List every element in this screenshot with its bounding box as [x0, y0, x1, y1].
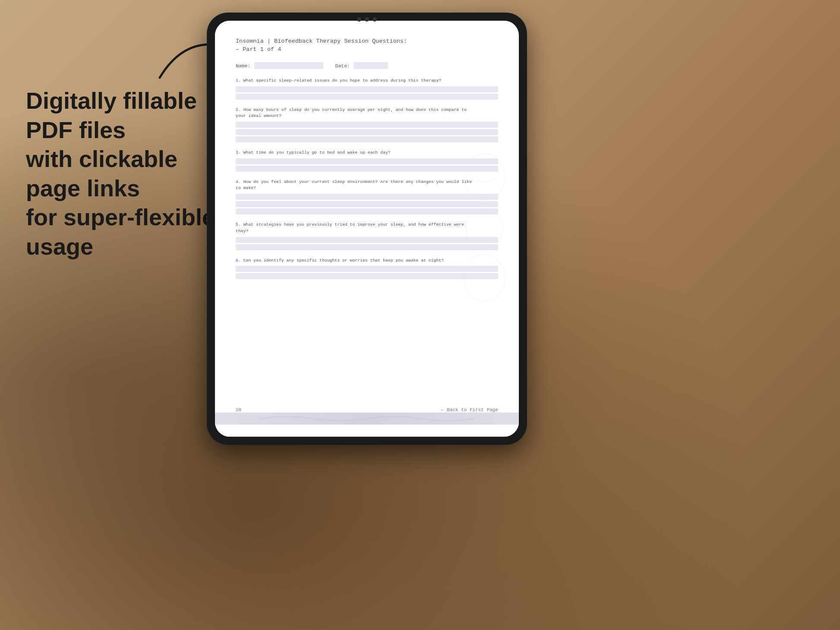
date-label: Date:	[335, 63, 351, 69]
answer-line-6b[interactable]	[236, 273, 498, 279]
question-4: 4. How do you feel about your current sl…	[236, 179, 498, 216]
answer-line-4b[interactable]	[236, 201, 498, 207]
tablet-camera-area	[357, 17, 377, 22]
answer-line-4a[interactable]	[236, 194, 498, 200]
name-label: Name:	[236, 63, 251, 69]
name-date-row: Name: Date:	[236, 62, 498, 69]
question-1: 1. What specific sleep-related issues do…	[236, 78, 498, 101]
question-1-text: 1. What specific sleep-related issues do…	[236, 78, 498, 84]
question-3-text: 3. What time do you typically go to bed …	[236, 150, 498, 156]
answer-line-3a[interactable]	[236, 158, 498, 164]
question-6-text: 6. Can you identify any specific thought…	[236, 258, 498, 264]
camera-dot-3	[373, 17, 377, 22]
tablet: Insomnia | Biofeedback Therapy Session Q…	[207, 13, 527, 444]
date-field[interactable]	[354, 62, 388, 69]
pdf-title: Insomnia | Biofeedback Therapy Session Q…	[236, 38, 498, 44]
answer-line-1b[interactable]	[236, 94, 498, 100]
camera-dot-1	[357, 17, 361, 22]
answer-line-3b[interactable]	[236, 166, 498, 172]
camera-dot-2	[365, 17, 369, 22]
left-text-block: Digitally fillable PDF files with clicka…	[26, 86, 233, 261]
answer-line-5a[interactable]	[236, 237, 498, 243]
question-5-text: 5. What strategies have you previously t…	[236, 222, 498, 234]
answer-line-6a[interactable]	[236, 266, 498, 272]
answer-line-4c[interactable]	[236, 208, 498, 214]
question-2: 2. How many hours of sleep do you curren…	[236, 107, 498, 144]
pdf-footer-decoration	[215, 413, 519, 425]
answer-line-2c[interactable]	[236, 136, 498, 142]
question-3: 3. What time do you typically go to bed …	[236, 150, 498, 173]
tablet-body: Insomnia | Biofeedback Therapy Session Q…	[207, 13, 527, 444]
marketing-line-3: for super-flexible usage	[26, 204, 215, 259]
question-2-text: 2. How many hours of sleep do you curren…	[236, 107, 498, 120]
pdf-subtitle: – Part 1 of 4	[236, 46, 498, 53]
question-4-text: 4. How do you feel about your current sl…	[236, 179, 498, 192]
pdf-footer: 20 ← Back to First Page	[236, 404, 498, 413]
question-6: 6. Can you identify any specific thought…	[236, 258, 498, 281]
marketing-line-1: Digitally fillable PDF files	[26, 88, 197, 143]
answer-line-2a[interactable]	[236, 122, 498, 128]
pdf-content: Insomnia | Biofeedback Therapy Session Q…	[236, 38, 498, 413]
answer-line-1a[interactable]	[236, 86, 498, 92]
tablet-screen: Insomnia | Biofeedback Therapy Session Q…	[215, 21, 519, 437]
pdf-page: Insomnia | Biofeedback Therapy Session Q…	[215, 21, 519, 437]
footer-deco-svg	[259, 414, 475, 423]
back-to-first-page-link[interactable]: ← Back to First Page	[441, 407, 498, 413]
name-field[interactable]	[254, 62, 323, 69]
marketing-text: Digitally fillable PDF files with clicka…	[26, 86, 233, 261]
answer-line-5b[interactable]	[236, 244, 498, 250]
question-5: 5. What strategies have you previously t…	[236, 222, 498, 251]
answer-line-2b[interactable]	[236, 129, 498, 135]
page-number: 20	[236, 407, 241, 413]
marketing-line-2: with clickable page links	[26, 146, 177, 201]
